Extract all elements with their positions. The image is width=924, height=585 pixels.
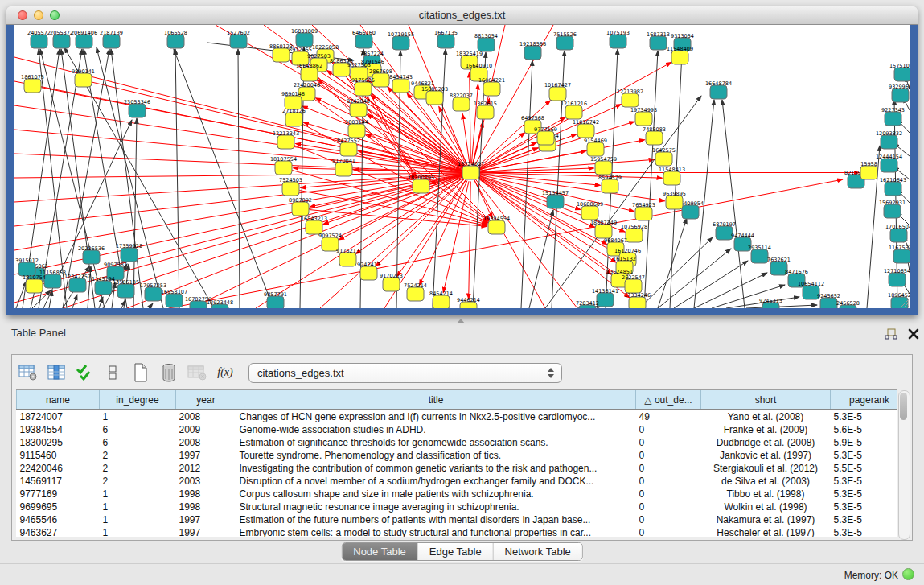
new-column-button[interactable] [129,361,152,384]
table-cell[interactable]: 2 [100,475,176,488]
graph-node[interactable]: 19218586 [519,41,546,60]
table-cell[interactable]: 6 [100,436,176,449]
graph-node[interactable]: 2718126 [282,108,306,127]
graph-node[interactable]: 9227343 [881,107,905,126]
graph-node[interactable]: 9154469 [584,138,607,157]
table-cell[interactable]: 2008 [176,410,236,423]
table-cell[interactable]: Structural magnetic resonance image aver… [236,501,636,513]
graph-node[interactable]: 1075193 [606,30,630,49]
window-titlebar[interactable]: citations_edges.txt [6,6,918,25]
graph-node[interactable]: 10688609 [577,201,603,220]
graph-node[interactable]: 2055372 [50,30,73,49]
graph-node[interactable]: 1145194 [92,276,115,295]
table-cell[interactable]: 0 [636,462,701,475]
graph-node[interactable]: 1065528 [164,30,187,49]
citation-edge[interactable] [14,173,470,250]
citation-edge[interactable] [478,133,525,167]
graph-node[interactable]: 6466160 [352,30,376,49]
graph-node[interactable]: 10719155 [388,31,414,51]
graph-node[interactable]: 2456528 [836,300,860,309]
citation-edge[interactable] [419,181,466,286]
table-cell[interactable]: 5.3E-5 [831,501,897,513]
graph-node[interactable]: 9245313 [759,298,782,309]
column-header-pagerank[interactable]: pagerank [831,390,897,410]
table-cell[interactable]: 49 [636,410,701,423]
table-cell[interactable]: 9777169 [17,488,100,501]
table-cell[interactable]: 0 [636,423,701,436]
table-cell[interactable]: 5.3E-5 [831,449,897,462]
table-mode-button[interactable] [17,361,39,384]
table-cell[interactable]: 9699695 [17,501,100,513]
table-cell[interactable]: Estimation of significance thresholds fo… [236,436,636,449]
table-cell[interactable]: 2 [100,449,176,462]
tab-edge-table[interactable]: Edge Table [418,543,494,560]
table-cell[interactable]: 2008 [176,436,236,449]
citation-edge[interactable] [238,49,240,308]
table-cell[interactable]: Jankovic et al. (1997) [701,449,831,462]
graph-node[interactable]: 7203412 [576,300,599,309]
graph-node[interactable]: 15954759 [590,156,617,175]
citation-edge[interactable] [694,273,767,308]
table-cell[interactable]: 0 [636,526,701,537]
graph-node[interactable]: 11675311 [889,245,910,264]
column-header-short[interactable]: short [701,390,831,410]
table-cell[interactable]: 2012 [176,462,236,475]
citation-edge[interactable] [529,210,553,308]
graph-node[interactable]: 16964221 [478,77,505,97]
graph-node[interactable]: 1362615 [474,101,497,120]
graph-node[interactable]: 12444154 [876,154,902,173]
table-row[interactable]: 977716911998Corpus callosum shape and si… [17,488,897,501]
graph-node[interactable]: 11548409 [667,46,693,65]
tab-network-table[interactable]: Network Table [494,543,582,560]
citation-edge[interactable] [674,261,748,308]
citation-edge[interactable] [479,173,662,178]
graph-node[interactable]: 8454214 [429,290,453,309]
table-cell[interactable]: 19384554 [17,423,100,436]
graph-node[interactable]: 16210643 [880,177,906,196]
graph-node[interactable]: 11016742 [573,119,599,138]
table-cell[interactable]: de Silva et al. (2003) [701,475,831,488]
column-header-name[interactable]: name [17,390,100,410]
graph-node[interactable]: 1642575 [652,147,676,167]
table-cell[interactable]: 5.3E-5 [831,488,897,501]
graph-node[interactable]: 13505135 [113,279,139,299]
graph-node[interactable]: 9170041 [332,158,355,177]
graph-node[interactable]: 9175213 [336,248,359,267]
table-cell[interactable]: 18300295 [17,436,100,449]
table-cell[interactable]: Disruption of a novel member of a sodium… [236,475,636,488]
tab-node-table[interactable]: Node Table [342,543,418,560]
delete-table-button[interactable] [186,361,208,384]
graph-node[interactable]: 16958107 [161,289,187,308]
float-panel-icon[interactable] [885,328,899,341]
graph-node[interactable]: 9170213 [380,273,403,292]
table-row[interactable]: 1938455462009Genome-wide association stu… [17,423,897,436]
graph-node[interactable]: 11548413 [659,167,685,186]
graph-node[interactable]: 9890146 [281,91,305,110]
table-row[interactable]: 2242004622012Investigating the contribut… [17,462,897,475]
show-column-button[interactable] [45,361,68,384]
column-header-year[interactable]: year [176,390,236,410]
table-cell[interactable]: 2009 [176,423,236,436]
table-cell[interactable]: Stergiakouli et al. (2012) [701,462,831,475]
graph-node[interactable]: 1527602 [227,30,250,49]
table-cell[interactable]: 1998 [176,501,236,513]
graph-node[interactable]: 1667135 [434,30,458,49]
table-cell[interactable]: 1 [100,526,176,537]
table-cell[interactable]: 2003 [176,475,236,488]
table-cell[interactable]: Dudbridge et al. (2008) [701,436,831,449]
graph-node[interactable]: 8594579 [598,175,622,194]
table-cell[interactable]: Hescheler et al. (1997) [701,526,831,537]
graph-node[interactable]: 9639895 [663,191,686,210]
graph-node[interactable]: 9242413 [357,262,380,281]
graph-node[interactable]: 7485083 [643,126,666,146]
table-cell[interactable]: Estimation of the future numbers of pati… [236,513,636,526]
table-cell[interactable]: Wolkin et al. (1998) [701,501,831,513]
citation-edge[interactable] [479,148,538,170]
column-header-title[interactable]: title [236,390,636,410]
graph-node[interactable]: 9329966 [889,84,910,103]
table-cell[interactable]: Changes of HCN gene expression and I(f) … [236,410,636,423]
graph-node[interactable]: 8822037 [450,93,473,112]
citation-edge[interactable] [16,281,27,308]
table-selector-dropdown[interactable]: citations_edges.txt [248,363,562,383]
table-cell[interactable]: 1 [100,513,176,526]
